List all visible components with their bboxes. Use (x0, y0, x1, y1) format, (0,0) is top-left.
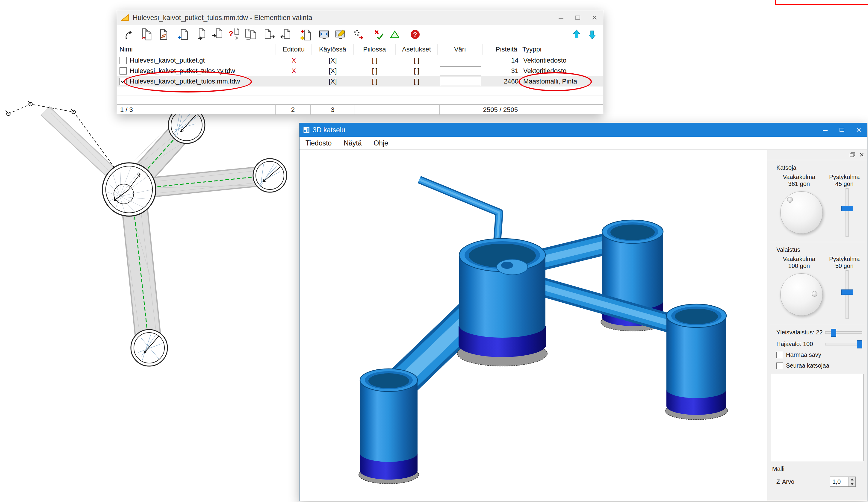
col-pisteita[interactable]: Pisteitä (483, 44, 520, 55)
valaistus-horizontal-dial[interactable] (780, 273, 823, 316)
app-logo-icon (121, 14, 129, 21)
minimize-button[interactable] (817, 124, 834, 136)
row-checkbox[interactable] (120, 78, 127, 85)
file-new-icon[interactable] (299, 28, 312, 41)
asetukset-value: [ ] (396, 55, 437, 65)
divider (770, 242, 865, 242)
titlebar[interactable]: 3D katselu (300, 123, 867, 137)
slider-handle[interactable] (841, 290, 853, 295)
move-down-icon[interactable] (586, 28, 599, 41)
copy-element-icon[interactable] (140, 28, 153, 41)
table-row-selected[interactable]: Hulevesi_kaivot_putket_tulos.mm.tdw [X] … (117, 76, 603, 86)
katsoja-label: Katsoja (776, 164, 867, 171)
table-header: Nimi Editoitu Käytössä Piilossa Asetukse… (117, 44, 603, 55)
maximize-button[interactable] (834, 124, 850, 136)
color-swatch[interactable] (440, 56, 481, 65)
color-swatch[interactable] (440, 66, 481, 75)
col-vari[interactable]: Väri (437, 44, 483, 55)
valaistus-vertical-slider[interactable] (846, 270, 848, 319)
col-nimi[interactable]: Nimi (117, 44, 276, 55)
menu-bar: Tiedosto Näytä Ohje (300, 137, 867, 150)
viewport-3d[interactable] (300, 150, 767, 501)
slider-handle[interactable] (831, 329, 836, 337)
float-panel-icon[interactable] (850, 153, 855, 157)
spin-up-icon[interactable] (849, 477, 855, 482)
file-name: Hulevesi_kaivot_putket_tulos.xy.tdw (130, 67, 235, 75)
viewer-app-icon (303, 127, 310, 133)
table-row[interactable]: Hulevesi_kaivot_putket_tulos.xy.tdw X [X… (117, 65, 603, 76)
move-up-icon[interactable] (570, 28, 583, 41)
toolbar: ? 12 ? (117, 25, 603, 44)
menu-tiedosto[interactable]: Tiedosto (300, 137, 338, 149)
annotation-corner-line (775, 4, 868, 5)
row-checkbox[interactable] (120, 67, 127, 74)
titlebar[interactable]: Hulevesi_kaivot_putket_tulos.mm.tdw - El… (117, 10, 603, 25)
hajavalo-slider[interactable] (825, 343, 862, 345)
fit-screen-icon[interactable] (318, 28, 331, 41)
katsoja-pystykulma-label: Pystykulma (822, 174, 867, 180)
file-add-icon[interactable] (176, 28, 189, 41)
point-scatter-icon[interactable] (352, 28, 365, 41)
slider-handle[interactable] (857, 341, 862, 348)
dock-header (767, 150, 867, 160)
viewer-3d-window: 3D katselu Tiedosto Näytä Ohje (299, 123, 867, 501)
manhole-bottom (131, 330, 167, 366)
z-arvo-input[interactable]: 1,0 (830, 477, 849, 487)
spin-down-icon[interactable] (849, 482, 855, 487)
pick-element-icon[interactable] (123, 28, 136, 41)
dial-knob[interactable] (812, 291, 817, 297)
katsoja-horizontal-dial[interactable] (780, 191, 823, 234)
yleisvalaistus-slider[interactable] (825, 331, 862, 334)
pisteita-value: 14 (483, 55, 521, 65)
menu-ohje[interactable]: Ohje (368, 137, 394, 149)
file-export-icon[interactable] (263, 28, 277, 41)
close-panel-icon[interactable] (859, 153, 864, 157)
pisteita-value: 2460 (483, 76, 521, 86)
valaistus-label: Valaistus (776, 247, 867, 253)
status-bar: 1 / 3 2 3 2505 / 2505 (117, 104, 603, 115)
close-button[interactable] (586, 11, 603, 24)
manhole-junction (102, 163, 156, 216)
screen-edit-icon[interactable] (334, 28, 347, 41)
file-name: Hulevesi_kaivot_putket.gt (130, 56, 205, 64)
col-tyyppi[interactable]: Tyyppi (520, 44, 603, 55)
edit-element-icon[interactable] (157, 28, 170, 41)
file-import-icon[interactable] (279, 28, 292, 41)
file-unknown-icon[interactable]: ? (227, 28, 240, 41)
file-browse-icon[interactable] (211, 28, 224, 41)
annotation-corner-tick (775, 0, 776, 5)
file-next-icon[interactable] (195, 28, 208, 41)
minimize-button[interactable] (552, 11, 569, 24)
yleisvalaistus-label: Yleisvalaistus: 22 (776, 329, 823, 336)
file-name: Hulevesi_kaivot_putket_tulos.mm.tdw (130, 77, 240, 85)
element-selection-window: Hulevesi_kaivot_putket_tulos.mm.tdw - El… (117, 10, 603, 114)
dial-knob[interactable] (787, 197, 793, 203)
check-validate-icon[interactable] (372, 28, 385, 41)
manhole-central-3d (457, 239, 547, 366)
maximize-button[interactable] (569, 11, 586, 24)
table-row[interactable]: Hulevesi_kaivot_putket.gt X [X] [ ] [ ] … (117, 55, 603, 65)
close-button[interactable] (850, 124, 867, 136)
col-editoitu[interactable]: Editoitu (276, 44, 312, 55)
table-empty-area (117, 86, 603, 104)
file-pair-icon[interactable] (244, 28, 257, 41)
triangulation-icon[interactable]: 12 (388, 28, 401, 41)
plan-view-canvas[interactable] (0, 95, 293, 383)
slider-handle[interactable] (841, 206, 853, 211)
katsoja-vertical-slider[interactable] (846, 188, 848, 237)
color-swatch[interactable] (440, 77, 481, 86)
col-asetukset[interactable]: Asetukset (396, 44, 437, 55)
z-arvo-spinner[interactable]: 1,0 (830, 477, 856, 487)
help-icon[interactable]: ? (409, 28, 422, 41)
svg-text:?: ? (413, 31, 417, 38)
asetukset-value: [ ] (396, 65, 437, 76)
harmaa-savy-checkbox[interactable] (776, 352, 783, 358)
model-listbox[interactable] (771, 374, 864, 461)
col-kaytossa[interactable]: Käytössä (312, 44, 354, 55)
menu-nayta[interactable]: Näytä (338, 137, 368, 149)
seuraa-katsojaa-checkbox[interactable] (776, 363, 783, 369)
row-checkbox[interactable] (120, 57, 127, 64)
col-piilossa[interactable]: Piilossa (354, 44, 396, 55)
piilossa-value: [ ] (354, 55, 396, 65)
window-title: 3D katselu (313, 126, 345, 134)
